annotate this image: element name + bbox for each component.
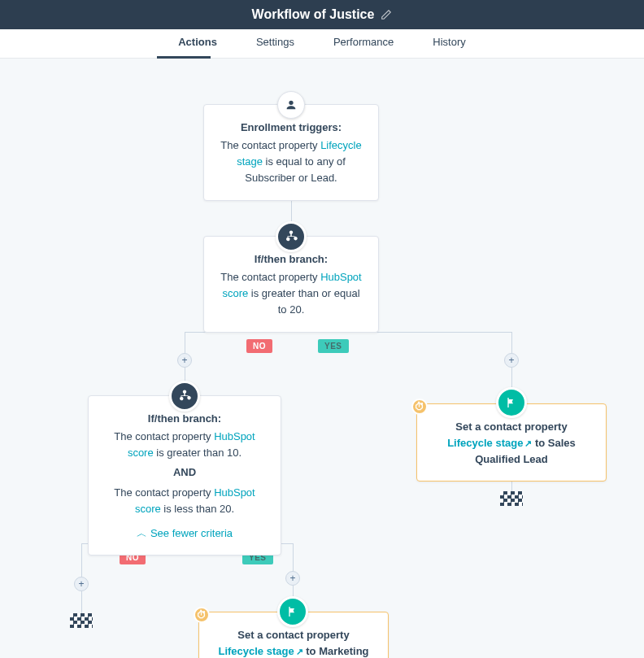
workflow-canvas: + NO YES + + + NO YES + + Enrollment tri… [0, 59, 644, 658]
card-title: If/then branch: [219, 251, 363, 268]
card-body: Set a contact property Lifecycle stage↗ … [432, 419, 591, 468]
warning-badge-icon: ⏱ [411, 399, 428, 415]
tab-history[interactable]: History [433, 36, 465, 51]
checkered-flag-icon [70, 613, 93, 628]
tab-settings[interactable]: Settings [256, 36, 294, 51]
tab-bar: Actions Settings Performance History [0, 29, 644, 59]
card-body-line2: The contact property HubSpot score is le… [103, 485, 266, 517]
card-title: Enrollment triggers: [219, 120, 363, 136]
and-label: AND [103, 464, 266, 481]
external-link-icon: ↗ [296, 647, 303, 656]
tab-performance[interactable]: Performance [333, 36, 394, 51]
checkered-flag-icon [500, 491, 523, 506]
chevron-up-icon: ︿ [137, 527, 147, 539]
branch-label-yes: YES [318, 339, 349, 353]
card-body: Set a contact property Lifecycle stage↗ … [214, 627, 373, 658]
branch-icon [276, 221, 307, 252]
card-title: If/then branch: [103, 411, 266, 427]
pencil-icon[interactable] [381, 9, 392, 20]
user-icon [277, 91, 305, 119]
branch-icon [169, 381, 200, 412]
external-link-icon: ↗ [524, 438, 532, 448]
add-action-button[interactable]: + [504, 353, 519, 368]
card-body: The contact property Lifecycle stage is … [219, 137, 363, 186]
branch-card-2[interactable]: If/then branch: The contact property Hub… [88, 395, 281, 556]
see-fewer-toggle[interactable]: ︿See fewer criteria [103, 525, 266, 542]
card-body: The contact property HubSpot score is gr… [219, 269, 363, 318]
add-action-button[interactable]: + [74, 577, 89, 591]
app-header: Workflow of Justice [0, 0, 644, 29]
branch-label-no: NO [246, 339, 272, 353]
warning-badge-icon: ⏱ [194, 607, 210, 623]
flag-icon [277, 596, 308, 627]
add-action-button[interactable]: + [285, 571, 300, 586]
add-action-button[interactable]: + [177, 353, 192, 368]
card-body-line1: The contact property HubSpot score is gr… [103, 429, 266, 461]
workflow-title: Workflow of Justice [252, 7, 375, 22]
flag-icon [496, 387, 527, 418]
tab-actions[interactable]: Actions [178, 36, 217, 51]
